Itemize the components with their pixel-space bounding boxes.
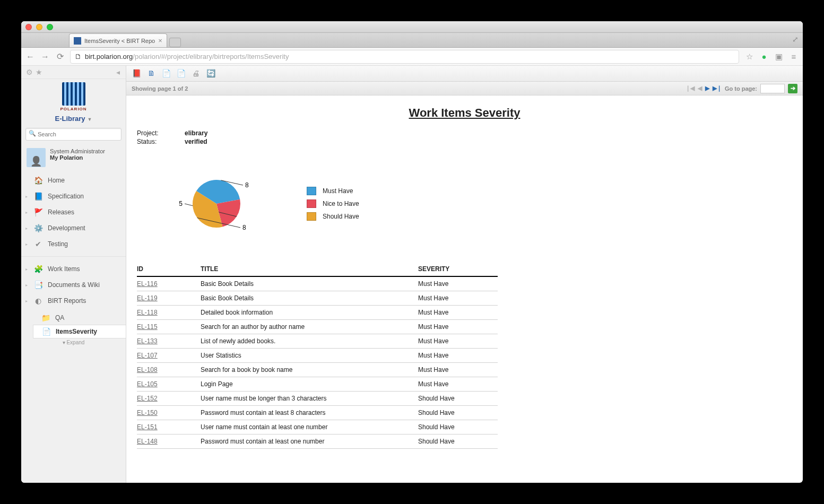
work-item-severity: Must Have <box>418 320 498 334</box>
cast-icon[interactable]: ▣ <box>774 52 784 62</box>
browser-tab[interactable]: ItemsSeverity < BIRT Repo × <box>69 33 167 47</box>
collapse-sidebar-icon[interactable]: ◂ <box>113 68 123 76</box>
caret-icon: ▸ <box>25 283 28 288</box>
work-item-severity: Must Have <box>418 306 498 320</box>
work-item-link[interactable]: EL-148 <box>137 438 158 445</box>
table-row: EL-150Password must contain at least 8 c… <box>137 406 498 420</box>
export-xls-button[interactable]: 📄 <box>176 69 186 79</box>
nav-reload-button[interactable]: ⟳ <box>55 51 65 62</box>
favorite-star-icon[interactable]: ★ <box>34 68 44 76</box>
first-page-button[interactable]: ❘◀ <box>686 85 695 92</box>
sidebar-item[interactable]: ▸📘Specification <box>21 188 126 204</box>
export-doc-button[interactable]: 📄 <box>161 69 171 79</box>
work-item-title: User name must be longer than 3 characte… <box>201 392 418 406</box>
goto-page-input[interactable] <box>760 84 785 93</box>
last-page-button[interactable]: ▶❘ <box>713 85 722 92</box>
nav-back-button[interactable]: ← <box>25 52 35 62</box>
caret-icon: ▸ <box>25 226 28 231</box>
work-item-severity: Should Have <box>418 420 498 435</box>
address-bar[interactable]: 🗋 birt.polarion.org/polarion/#/project/e… <box>70 50 739 64</box>
search-input[interactable] <box>25 128 122 141</box>
work-item-severity: Should Have <box>418 435 498 449</box>
meta-value: verified <box>185 138 792 145</box>
window-minimize-button[interactable] <box>36 24 42 30</box>
work-item-title: Password must contain at least 8 charact… <box>201 406 418 420</box>
work-item-link[interactable]: EL-105 <box>137 380 158 388</box>
sidebar-item[interactable]: ▸📑Documents & Wiki <box>21 277 126 293</box>
sidebar-item[interactable]: ▸◐BIRT Reports <box>21 293 126 309</box>
nav-item-icon: 📑 <box>34 281 42 289</box>
bookmark-star-icon[interactable]: ☆ <box>744 52 754 62</box>
print-button[interactable]: 🖨 <box>191 69 201 79</box>
work-item-severity: Should Have <box>418 406 498 420</box>
sidebar-item[interactable]: ▸⚙️Development <box>21 220 126 236</box>
nav-item-label: QA <box>55 314 64 321</box>
project-switcher[interactable]: E-Library▼ <box>21 112 126 128</box>
work-item-link[interactable]: EL-119 <box>137 294 158 302</box>
legend-swatch <box>307 199 316 208</box>
legend-swatch <box>307 187 316 195</box>
work-item-link[interactable]: EL-150 <box>137 409 158 416</box>
work-item-severity: Must Have <box>418 334 498 349</box>
pager-status: Showing page 1 of 2 <box>132 85 188 92</box>
meta-key: Status: <box>137 138 185 145</box>
extension-icon[interactable]: ● <box>759 52 769 61</box>
work-item-severity: Must Have <box>418 291 498 306</box>
table-header: SEVERITY <box>418 262 498 276</box>
expand-tree-button[interactable]: ▾ Expand <box>21 338 126 346</box>
sidebar-item[interactable]: 🏠Home <box>21 172 126 188</box>
work-item-severity: Should Have <box>418 392 498 406</box>
sidebar-item[interactable]: ▸🚩Releases <box>21 204 126 220</box>
next-page-button[interactable]: ▶ <box>705 85 709 92</box>
work-item-link[interactable]: EL-107 <box>137 352 158 359</box>
meta-key: Project: <box>137 129 185 137</box>
work-item-link[interactable]: EL-108 <box>137 366 158 373</box>
menu-icon[interactable]: ≡ <box>789 52 799 61</box>
window-titlebar <box>21 21 803 33</box>
caret-icon: ▸ <box>25 210 28 215</box>
tab-close-icon[interactable]: × <box>158 37 162 45</box>
work-item-link[interactable]: EL-116 <box>137 280 158 288</box>
browser-toolbar: ← → ⟳ 🗋 birt.polarion.org/polarion/#/pro… <box>21 48 803 66</box>
table-row: EL-118Detailed book informationMust Have <box>137 306 498 320</box>
work-item-link[interactable]: EL-152 <box>137 395 158 402</box>
work-item-link[interactable]: EL-133 <box>137 337 158 345</box>
nav-item-icon: 🏠 <box>34 176 42 185</box>
window-zoom-button[interactable] <box>47 24 53 30</box>
work-items-table: IDTITLESEVERITY EL-116Basic Book Details… <box>137 262 498 449</box>
prev-page-button[interactable]: ◀ <box>698 85 702 92</box>
work-item-link[interactable]: EL-118 <box>137 309 158 316</box>
export-xml-button[interactable]: 🗎 <box>146 69 156 79</box>
nav-forward-button[interactable]: → <box>40 52 50 62</box>
report-body: Work Items Severity Project:elibraryStat… <box>126 95 803 483</box>
new-tab-button[interactable] <box>169 38 181 47</box>
nav-item-icon: 📁 <box>41 314 50 322</box>
window-maximize-icon[interactable]: ⤢ <box>792 35 799 44</box>
url-path: /polarion/#/project/elibrary/birtreports… <box>133 53 289 60</box>
toc-button[interactable]: 📕 <box>132 69 141 79</box>
pie-value-label: 8 <box>245 181 249 189</box>
user-block[interactable]: System Administrator My Polarion <box>21 145 126 170</box>
refresh-button[interactable]: 🔄 <box>206 69 215 79</box>
work-item-title: Basic Book Details <box>201 291 418 306</box>
url-host: birt.polarion.org <box>85 53 133 60</box>
sidebar-subitem[interactable]: 📁QA <box>33 311 126 325</box>
settings-gear-icon[interactable]: ⚙ <box>24 68 34 76</box>
work-item-link[interactable]: EL-115 <box>137 323 158 331</box>
work-item-link[interactable]: EL-151 <box>137 423 158 431</box>
legend-item: Must Have <box>307 187 359 195</box>
window-close-button[interactable] <box>25 24 32 30</box>
nav-item-label: Testing <box>48 240 68 248</box>
sidebar-item[interactable]: ▸🧩Work Items <box>21 261 126 277</box>
sidebar-subitem[interactable]: 📄ItemsSeverity <box>33 325 126 338</box>
caret-icon: ▸ <box>25 299 28 303</box>
goto-page-button[interactable]: ➔ <box>788 84 797 93</box>
chart-row: 858 Must HaveNice to HaveShould Have <box>158 161 792 246</box>
nav-item-label: Development <box>48 224 85 232</box>
work-item-title: User name must contain at least one numb… <box>201 420 418 435</box>
table-row: EL-151User name must contain at least on… <box>137 420 498 435</box>
work-item-severity: Must Have <box>418 377 498 392</box>
severity-pie-chart: 858 <box>158 161 275 246</box>
sidebar-item[interactable]: ▸✔Testing <box>21 236 126 252</box>
user-link: My Polarion <box>50 154 105 161</box>
